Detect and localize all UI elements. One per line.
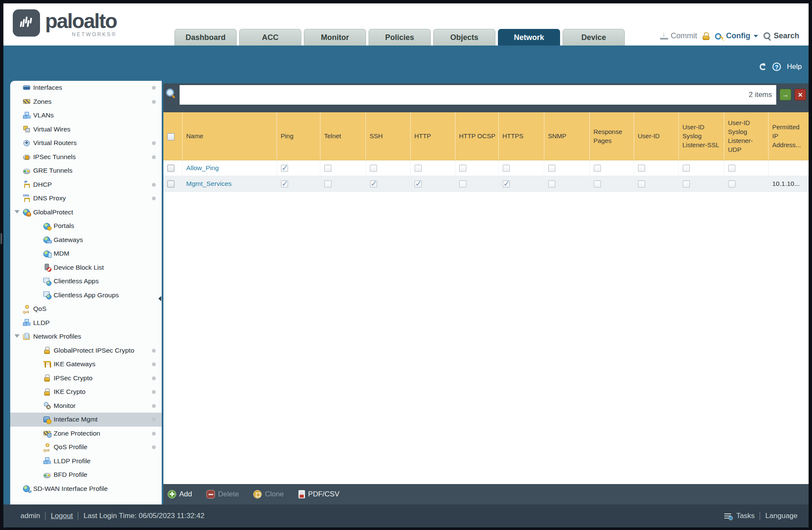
virtual-routers-icon	[23, 140, 30, 147]
table-header-row: NamePingTelnetSSHHTTPHTTP OCSPHTTPSSNMPR…	[163, 112, 809, 160]
commit-button[interactable]: Commit	[660, 31, 697, 40]
sidebar-item-label: LLDP	[33, 319, 50, 327]
sidebar-item-virtual-routers[interactable]: Virtual Routers	[10, 136, 162, 150]
sidebar-item-clientless-apps[interactable]: Clientless Apps	[10, 274, 162, 288]
sidebar-item-gre-tunnels[interactable]: GRE Tunnels	[10, 164, 162, 178]
sidebar-item-label: Clientless Apps	[54, 277, 99, 285]
sdwan-icon	[23, 485, 30, 492]
tasks-link[interactable]: Tasks	[736, 512, 755, 520]
tab-dashboard[interactable]: Dashboard	[174, 29, 237, 46]
tab-monitor[interactable]: Monitor	[304, 29, 366, 46]
pdf-csv-button[interactable]: PDF/CSV	[298, 490, 340, 499]
sidebar-item-ipsec-tunnels[interactable]: IPSec Tunnels	[10, 150, 162, 164]
column-header-ping[interactable]: Ping	[277, 112, 320, 160]
sidebar-item-label: IKE Gateways	[54, 360, 95, 368]
sidebar-collapse-icon[interactable]	[158, 296, 161, 301]
refresh-icon[interactable]	[760, 63, 766, 70]
global-search-button[interactable]: Search	[763, 31, 799, 40]
column-header-user-id[interactable]: User-ID	[634, 112, 678, 160]
clear-filter-button[interactable]	[795, 89, 806, 100]
sidebar-item-monitor[interactable]: Monitor	[10, 399, 162, 413]
logout-link[interactable]: Logout	[51, 512, 73, 520]
column-header-http-ocsp[interactable]: HTTP OCSP	[455, 112, 498, 160]
band-actions: Help	[760, 63, 802, 71]
lldp-profile-icon	[43, 457, 51, 464]
ike-gateways-icon	[43, 361, 51, 368]
tab-device[interactable]: Device	[563, 29, 625, 46]
column-header-ssh[interactable]: SSH	[366, 112, 410, 160]
sidebar-item-label: Clientless App Groups	[54, 291, 119, 299]
sidebar-item-clientless-app-groups[interactable]: Clientless App Groups	[10, 288, 162, 302]
clone-button[interactable]: Clone	[253, 490, 283, 499]
expand-triangle-icon[interactable]	[14, 334, 20, 338]
lldp-icon	[23, 319, 30, 326]
item-dot	[152, 404, 156, 408]
sidebar-item-globalprotect-ipsec-crypto[interactable]: GlobalProtect IPSec Crypto	[10, 344, 162, 358]
select-all-checkbox[interactable]	[167, 133, 174, 140]
interface-mgmt-table: NamePingTelnetSSHHTTPHTTP OCSPHTTPSSNMPR…	[163, 112, 809, 192]
sidebar-item-zone-protection[interactable]: Zone Protection	[10, 427, 162, 441]
sidebar-item-virtual-wires[interactable]: Virtual Wires	[10, 123, 162, 137]
tab-network[interactable]: Network	[498, 29, 560, 46]
sidebar-item-device-block-list[interactable]: Device Block List	[10, 261, 162, 275]
sidebar-item-dns-proxy[interactable]: DNS Proxy	[10, 191, 162, 205]
add-button[interactable]: Add	[168, 490, 192, 499]
tab-policies[interactable]: Policies	[369, 29, 431, 46]
sidebar-item-vlans[interactable]: VLANs	[10, 108, 162, 123]
sidebar-item-label: SD-WAN Interface Profile	[33, 485, 108, 493]
clone-icon	[253, 490, 262, 499]
lock-icon[interactable]	[703, 32, 709, 40]
column-header-telnet[interactable]: Telnet	[320, 112, 366, 160]
entry-link-mgmt-services[interactable]: Mgmt_Services	[186, 180, 232, 187]
item-dot	[152, 349, 156, 353]
sidebar-item-ike-crypto[interactable]: IKE Crypto	[10, 385, 162, 399]
help-icon[interactable]	[772, 63, 781, 71]
sidebar-item-interface-mgmt[interactable]: Interface Mgmt	[10, 413, 162, 427]
column-header-http[interactable]: HTTP	[410, 112, 455, 160]
column-header-user-id-syslog-listener-ssl[interactable]: User-ID Syslog Listener-SSL	[678, 112, 724, 160]
sidebar-item-label: Zones	[33, 98, 51, 105]
sidebar-item-lldp[interactable]: LLDP	[10, 316, 162, 330]
column-header-name[interactable]: Name	[182, 112, 277, 160]
user-id-syslog-listener-udp-checkbox	[728, 165, 735, 172]
entry-link-allow-ping[interactable]: Allow_Ping	[186, 164, 219, 171]
row-checkbox[interactable]	[167, 180, 174, 188]
magnifier-icon[interactable]	[166, 88, 175, 98]
virtual-wires-icon	[23, 125, 30, 133]
apply-filter-button[interactable]	[780, 89, 791, 100]
filter-input[interactable]	[180, 85, 744, 105]
sidebar-item-ipsec-crypto[interactable]: IPSec Crypto	[10, 371, 162, 385]
http-checkbox	[415, 165, 422, 172]
sidebar-item-gateways[interactable]: Gateways	[10, 233, 162, 247]
column-header-snmp[interactable]: SNMP	[544, 112, 589, 160]
zones-icon	[23, 98, 30, 105]
config-button[interactable]: Config	[715, 31, 758, 40]
row-checkbox[interactable]	[167, 165, 174, 172]
sidebar-item-dhcp[interactable]: DHCP	[10, 178, 162, 192]
item-dot	[152, 197, 156, 200]
column-header-https[interactable]: HTTPS	[498, 112, 544, 160]
sidebar-item-zones[interactable]: Zones	[10, 95, 162, 109]
sidebar-item-mdm[interactable]: MDM	[10, 247, 162, 261]
sidebar-item-ike-gateways[interactable]: IKE Gateways	[10, 357, 162, 371]
sidebar-item-portals[interactable]: Portals	[10, 219, 162, 233]
sidebar-item-lldp-profile[interactable]: LLDP Profile	[10, 454, 162, 468]
sidebar-item-bfd-profile[interactable]: BFD Profile	[10, 468, 162, 482]
delete-button[interactable]: Delete	[206, 490, 239, 499]
sidebar-item-sd-wan-interface-profile[interactable]: SD-WAN Interface Profile	[10, 482, 162, 496]
tab-acc[interactable]: ACC	[239, 29, 301, 46]
sidebar-item-label: Virtual Wires	[33, 125, 71, 133]
tab-objects[interactable]: Objects	[433, 29, 495, 46]
column-header-user-id-syslog-listener-udp[interactable]: User-ID Syslog Listener-UDP	[724, 112, 768, 160]
sidebar-item-qos[interactable]: QoS	[10, 302, 162, 316]
sidebar-item-interfaces[interactable]: Interfaces	[10, 81, 162, 95]
sidebar-item-network-profiles[interactable]: Network Profiles	[10, 330, 162, 344]
expand-triangle-icon[interactable]	[14, 210, 20, 214]
help-label[interactable]: Help	[787, 63, 802, 71]
sidebar-item-globalprotect[interactable]: GlobalProtect	[10, 205, 162, 219]
column-header-permitted-ip-address[interactable]: Permitted IP Address...	[768, 112, 809, 160]
language-link[interactable]: Language	[765, 512, 798, 520]
column-header-response-pages[interactable]: Response Pages	[589, 112, 634, 160]
sidebar-item-qos-profile[interactable]: QoS Profile	[10, 440, 162, 454]
tasks-icon[interactable]	[724, 513, 731, 519]
